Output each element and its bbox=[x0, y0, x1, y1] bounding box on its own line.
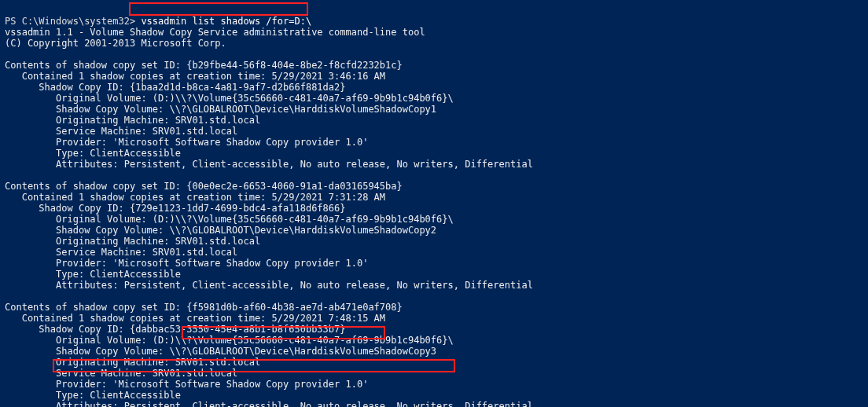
banner-line: vssadmin 1.1 - Volume Shadow Copy Servic… bbox=[5, 27, 425, 38]
shadow-copy-volume: Shadow Copy Volume: \\?\GLOBALROOT\Devic… bbox=[5, 225, 436, 236]
service-machine: Service Machine: SRV01.std.local bbox=[5, 247, 237, 258]
set-contained: Contained 1 shadow copies at creation ti… bbox=[5, 313, 385, 324]
entered-command: vssadmin list shadows /for=D:\ bbox=[141, 16, 311, 27]
shadow-copy-id: Shadow Copy ID: {dabbac53-3550-45e4-a8b1… bbox=[5, 324, 345, 335]
set-header: Contents of shadow copy set ID: {f5981d0… bbox=[5, 302, 403, 313]
type: Type: ClientAccessible bbox=[5, 148, 181, 159]
originating-machine: Originating Machine: SRV01.std.local bbox=[5, 115, 260, 126]
attributes: Attributes: Persistent, Client-accessibl… bbox=[5, 280, 533, 291]
type: Type: ClientAccessible bbox=[5, 269, 181, 280]
set-header: Contents of shadow copy set ID: {b29fbe4… bbox=[5, 60, 403, 71]
type: Type: ClientAccessible bbox=[5, 390, 181, 401]
original-volume: Original Volume: (D:)\\?\Volume{35c56660… bbox=[5, 214, 454, 225]
original-volume: Original Volume: (D:)\\?\Volume{35c56660… bbox=[5, 335, 454, 346]
originating-machine: Originating Machine: SRV01.std.local bbox=[5, 236, 260, 247]
provider: Provider: 'Microsoft Software Shadow Cop… bbox=[5, 137, 368, 148]
terminal-output[interactable]: PS C:\Windows\system32> vssadmin list sh… bbox=[0, 0, 868, 407]
ps-prompt: PS C:\Windows\system32> bbox=[5, 16, 141, 27]
service-machine: Service Machine: SRV01.std.local bbox=[5, 368, 237, 379]
shadow-copy-volume: Shadow Copy Volume: \\?\GLOBALROOT\Devic… bbox=[5, 346, 436, 357]
attributes: Attributes: Persistent, Client-accessibl… bbox=[5, 401, 533, 407]
set-contained: Contained 1 shadow copies at creation ti… bbox=[5, 192, 385, 203]
originating-machine: Originating Machine: SRV01.std.local bbox=[5, 357, 260, 368]
shadow-copy-id: Shadow Copy ID: {1baa2d1d-b8ca-4a81-9af7… bbox=[5, 82, 345, 93]
set-header: Contents of shadow copy set ID: {00e0ec2… bbox=[5, 181, 403, 192]
creation-time-highlighted: creation time: 5/29/2021 7:48:15 AM bbox=[186, 313, 385, 324]
shadow-copy-volume: Shadow Copy Volume: \\?\GLOBALROOT\Devic… bbox=[5, 104, 436, 115]
provider: Provider: 'Microsoft Software Shadow Cop… bbox=[5, 258, 368, 269]
service-machine: Service Machine: SRV01.std.local bbox=[5, 126, 237, 137]
shadow-copy-id: Shadow Copy ID: {729e1123-1dd7-4699-bdc4… bbox=[5, 203, 345, 214]
set-contained: Contained 1 shadow copies at creation ti… bbox=[5, 71, 385, 82]
provider: Provider: 'Microsoft Software Shadow Cop… bbox=[5, 379, 368, 390]
banner-line: (C) Copyright 2001-2013 Microsoft Corp. bbox=[5, 38, 226, 49]
attributes: Attributes: Persistent, Client-accessibl… bbox=[5, 159, 533, 170]
original-volume: Original Volume: (D:)\\?\Volume{35c56660… bbox=[5, 93, 454, 104]
